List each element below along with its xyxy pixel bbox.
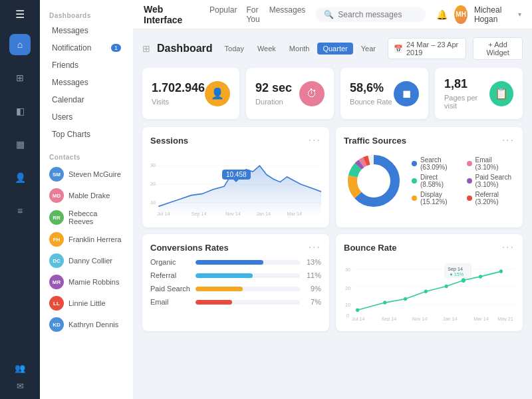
contact-steven[interactable]: SM Steven McGuire bbox=[40, 164, 133, 185]
sessions-more-icon[interactable]: ··· bbox=[309, 135, 321, 146]
topbar-nav-popular[interactable]: Popular bbox=[209, 3, 237, 27]
svg-point-29 bbox=[424, 290, 428, 294]
stat-card-duration: 92 sec Duration ⏱ bbox=[246, 68, 334, 119]
sidebar-icon-home[interactable]: ⌂ bbox=[9, 34, 31, 55]
leftnav-item-users[interactable]: Users bbox=[43, 108, 130, 126]
traffic-more-icon[interactable]: ··· bbox=[502, 135, 515, 146]
filter-month[interactable]: Month bbox=[284, 43, 315, 55]
contact-linnie[interactable]: LL Linnie Little bbox=[40, 293, 133, 314]
date-range: 📅 24 Mar – 23 Apr 2019 bbox=[388, 38, 466, 59]
contact-avatar-mamie: MR bbox=[49, 275, 64, 289]
conv-pct-referral: 11% bbox=[305, 271, 321, 279]
conv-label-paid: Paid Search bbox=[150, 285, 190, 293]
svg-text:Jan 14: Jan 14 bbox=[443, 316, 458, 321]
leftnav-contacts-section: Contacts SM Steven McGuire MD Mable Drak… bbox=[40, 148, 133, 335]
conversions-title: Conversions Rates bbox=[150, 243, 229, 253]
main-area: Web Interface Popular For You Messages 🔍… bbox=[133, 0, 532, 399]
sidebar-bottom: 👥 ✉ bbox=[15, 363, 25, 391]
topbar-nav-foryou[interactable]: For You bbox=[246, 3, 259, 27]
contact-avatar-franklin: FH bbox=[49, 232, 64, 247]
legend-display: Display (15.12%) bbox=[412, 191, 460, 205]
traffic-content: Search (63.09%) Email (3.10%) Direct (8.… bbox=[344, 151, 515, 211]
leftnav-section-title-dashboards: Dashboards bbox=[40, 7, 133, 22]
conversion-bars: Organic 13% Referral 11% bbox=[150, 258, 321, 306]
svg-point-33 bbox=[499, 269, 503, 273]
svg-text:Mar 14: Mar 14 bbox=[473, 316, 488, 321]
user-avatar: MH bbox=[454, 5, 467, 24]
dashboard-header: ⊞ Dashboard Today Week Month Quarter Yea… bbox=[142, 37, 523, 60]
leftnav-item-notification[interactable]: Notification 1 bbox=[43, 39, 130, 57]
contact-avatar-kathryn: KD bbox=[49, 317, 64, 332]
date-range-text: 24 Mar – 23 Apr 2019 bbox=[406, 41, 460, 57]
contact-name-kathryn: Kathryn Dennis bbox=[68, 321, 118, 329]
donut-svg bbox=[344, 151, 404, 211]
sidebar-icon-layers[interactable]: ◧ bbox=[9, 100, 31, 122]
stat-icon-pages: 📋 bbox=[489, 81, 513, 106]
bounce-card: Bounce Rate ··· 30 20 10 0 bbox=[336, 234, 523, 331]
svg-text:Mar 14: Mar 14 bbox=[287, 210, 302, 216]
contact-kathryn[interactable]: KD Kathryn Dennis bbox=[40, 314, 133, 335]
conv-bar-bg-referral bbox=[196, 273, 300, 278]
contact-name-danny: Danny Collier bbox=[68, 257, 112, 265]
contact-danny[interactable]: DC Danny Collier bbox=[40, 250, 133, 271]
sidebar-icon-grid[interactable]: ⊞ bbox=[9, 67, 31, 88]
conv-row-referral: Referral 11% bbox=[150, 271, 321, 279]
filter-week[interactable]: Week bbox=[252, 43, 281, 55]
bell-icon[interactable]: 🔔 bbox=[436, 9, 448, 20]
svg-text:10: 10 bbox=[345, 301, 350, 307]
legend-dot-search bbox=[412, 161, 417, 166]
stat-info-pages: 1,81 Pages per visit bbox=[444, 77, 489, 110]
conv-bar-fill-referral bbox=[196, 273, 253, 278]
sidebar-icon-chart[interactable]: ≡ bbox=[9, 200, 31, 221]
search-input[interactable] bbox=[338, 10, 418, 19]
conv-pct-organic: 13% bbox=[305, 258, 321, 266]
leftnav-item-messages1[interactable]: Messages bbox=[43, 22, 130, 39]
conv-pct-email: 7% bbox=[305, 298, 321, 306]
svg-point-28 bbox=[404, 297, 407, 301]
contact-mable[interactable]: MD Mable Drake bbox=[40, 185, 133, 206]
filter-quarter[interactable]: Quarter bbox=[317, 43, 352, 55]
conv-bar-fill-paid bbox=[196, 287, 243, 291]
contact-name-steven: Steven McGuire bbox=[68, 170, 121, 178]
svg-text:Jul 14: Jul 14 bbox=[157, 210, 170, 216]
topbar-search-box[interactable]: 🔍 bbox=[316, 7, 426, 22]
leftnav-item-friends[interactable]: Friends bbox=[43, 57, 130, 74]
svg-text:Nov 14: Nov 14 bbox=[225, 210, 241, 216]
sidebar-menu-icon[interactable]: ☰ bbox=[15, 8, 25, 21]
user-dropdown-chevron[interactable]: ▾ bbox=[518, 11, 521, 18]
contact-rebecca[interactable]: RR Rebecca Reeves bbox=[40, 206, 133, 229]
page-title: Dashboard bbox=[157, 43, 213, 55]
bounce-title-row: Bounce Rate ··· bbox=[344, 242, 515, 253]
sessions-chart-wrapper: 10.458 30 bbox=[150, 151, 321, 219]
sidebar-mail-icon[interactable]: ✉ bbox=[17, 381, 24, 391]
sessions-chart-card: Sessions ··· 10.458 bbox=[142, 127, 329, 227]
leftnav-item-calendar[interactable]: Calendar bbox=[43, 91, 130, 108]
contact-mamie[interactable]: MR Mamie Robbins bbox=[40, 271, 133, 293]
legend-dot-direct bbox=[412, 178, 417, 184]
bottom-row: Conversions Rates ··· Organic 13% Refe bbox=[142, 234, 523, 331]
conversions-more-icon[interactable]: ··· bbox=[309, 242, 321, 253]
legend-label-referral: Referral (3.20%) bbox=[475, 191, 515, 205]
sessions-line-chart: 30 20 10 Jul 14 Sep 14 No bbox=[150, 151, 321, 217]
conversions-title-row: Conversions Rates ··· bbox=[150, 242, 321, 253]
svg-text:Sep 14: Sep 14 bbox=[192, 210, 207, 216]
contact-avatar-linnie: LL bbox=[49, 296, 64, 311]
bounce-more-icon[interactable]: ··· bbox=[502, 242, 515, 253]
username: Micheal Hogan bbox=[474, 5, 511, 24]
sidebar-group-icon[interactable]: 👥 bbox=[15, 363, 25, 373]
leftnav-item-messages2[interactable]: Messages bbox=[43, 74, 130, 91]
contact-franklin[interactable]: FH Franklin Herrera bbox=[40, 229, 133, 250]
conv-bar-bg-organic bbox=[196, 260, 300, 265]
filter-year[interactable]: Year bbox=[356, 43, 381, 55]
svg-text:30: 30 bbox=[345, 267, 350, 273]
traffic-title: Traffic Sources bbox=[344, 136, 406, 146]
conv-bar-fill-organic bbox=[196, 260, 263, 265]
sidebar-icon-calendar[interactable]: ▦ bbox=[9, 134, 31, 155]
topbar-nav-messages[interactable]: Messages bbox=[269, 3, 306, 27]
content-area: ⊞ Dashboard Today Week Month Quarter Yea… bbox=[133, 29, 532, 399]
sidebar-icon-person[interactable]: 👤 bbox=[9, 167, 31, 188]
add-widget-button[interactable]: + Add Widget bbox=[473, 37, 523, 60]
filter-today[interactable]: Today bbox=[219, 43, 249, 55]
leftnav-item-top-charts[interactable]: Top Charts bbox=[43, 126, 130, 143]
legend-direct: Direct (8.58%) bbox=[412, 174, 460, 188]
